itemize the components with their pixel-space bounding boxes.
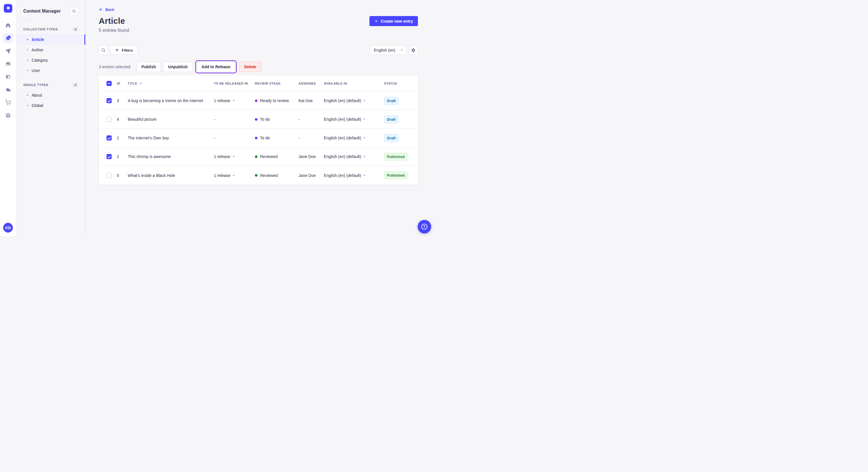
table-row[interactable]: 5 What's inside a Black Hole 1 release R…	[99, 166, 418, 185]
feather-icon[interactable]	[3, 33, 13, 43]
view-settings-button[interactable]	[409, 45, 418, 55]
column-header-status[interactable]: STATUS	[384, 82, 413, 85]
release-value: 1 release	[214, 98, 230, 103]
cell-release[interactable]: -	[214, 117, 255, 122]
locale-value: English (en) (default)	[324, 173, 361, 178]
locale-select[interactable]: English (en)	[370, 45, 406, 55]
entries-table: ID TITLE TO BE RELEASED IN REVIEW STAGE …	[99, 75, 418, 185]
cell-assignee: Jane Doe	[299, 154, 324, 159]
sidebar-search-button[interactable]	[70, 7, 79, 15]
cloud-icon[interactable]	[3, 85, 13, 95]
search-icon	[72, 9, 76, 13]
table-row[interactable]: 1 The internet's Own boy - To do - Engli…	[99, 129, 418, 147]
cell-id: 2	[117, 154, 128, 159]
sidebar-item-label: Category	[32, 58, 48, 63]
row-checkbox[interactable]	[106, 173, 112, 178]
help-button[interactable]	[417, 220, 431, 233]
locale-value: English (en) (default)	[324, 117, 361, 122]
status-badge: Draft	[384, 97, 398, 105]
sidebar-item-label: Global	[32, 103, 43, 108]
images-icon[interactable]	[3, 59, 13, 69]
stage-dot	[255, 174, 257, 177]
status-badge: Published	[384, 171, 408, 179]
plus-icon	[374, 19, 378, 23]
delete-button[interactable]: Delete	[239, 62, 261, 72]
unpublish-button[interactable]: Unpublish	[163, 62, 192, 72]
home-icon[interactable]	[3, 20, 13, 30]
gear-icon[interactable]	[3, 110, 13, 121]
chevron-down-icon	[364, 174, 365, 177]
sidebar-item-category[interactable]: Category	[17, 55, 85, 65]
stage-label: Reviewed	[260, 154, 278, 159]
table-row[interactable]: 3 A bug is becoming a meme on the intern…	[99, 92, 418, 110]
filters-label: Filters	[122, 48, 133, 53]
avatar[interactable]: KD	[3, 223, 13, 233]
main-content: Back Article 5 entries found Create new …	[86, 0, 434, 236]
column-header-assignee[interactable]: ASSIGNEE	[299, 82, 324, 85]
row-checkbox[interactable]	[106, 135, 112, 140]
cell-available-in[interactable]: English (en) (default)	[324, 98, 384, 103]
paper-plane-icon[interactable]	[3, 46, 13, 56]
cell-id: 1	[117, 136, 128, 140]
column-header-id[interactable]: ID	[117, 82, 128, 85]
filters-button[interactable]: Filters	[110, 45, 137, 55]
release-value: -	[214, 136, 215, 140]
chevron-down-icon	[364, 136, 365, 139]
cell-review-stage: To do	[255, 117, 299, 122]
column-header-title[interactable]: TITLE	[128, 82, 214, 85]
row-checkbox[interactable]	[106, 117, 112, 122]
column-header-release[interactable]: TO BE RELEASED IN	[214, 82, 255, 85]
stage-label: Reviewed	[260, 173, 278, 178]
column-header-title-label: TITLE	[128, 82, 137, 85]
cell-available-in[interactable]: English (en) (default)	[324, 117, 384, 122]
back-link[interactable]: Back	[99, 7, 114, 12]
cell-release[interactable]: 1 release	[214, 173, 255, 178]
sidebar-item-article[interactable]: Article	[17, 34, 85, 45]
row-checkbox[interactable]	[106, 154, 112, 159]
release-value: 1 release	[214, 173, 230, 178]
cell-assignee: -	[299, 136, 324, 140]
single-types-count-badge: 2	[73, 82, 79, 87]
cell-title: A bug is becoming a meme on the internet	[128, 98, 214, 103]
chevron-down-icon	[364, 155, 365, 158]
cell-release[interactable]: -	[214, 136, 255, 140]
locale-value: English (en) (default)	[324, 98, 361, 103]
cart-icon[interactable]	[3, 98, 13, 108]
cell-release[interactable]: 1 release	[214, 98, 255, 103]
column-header-available[interactable]: AVAILABLE IN	[324, 82, 384, 85]
sidebar-item-label: User	[32, 68, 40, 73]
select-all-checkbox[interactable]	[106, 81, 112, 86]
column-header-stage[interactable]: REVIEW STAGE	[255, 82, 299, 85]
release-chevron-icon	[233, 155, 235, 158]
cell-review-stage: Ready to review	[255, 98, 299, 103]
locale-value: English (en)	[374, 48, 395, 53]
chevron-down-icon	[364, 118, 365, 121]
sidebar-item-author[interactable]: Author	[17, 45, 85, 55]
cell-assignee: Jane Doe	[299, 173, 324, 178]
layout-icon[interactable]	[3, 72, 13, 82]
cell-available-in[interactable]: English (en) (default)	[324, 136, 384, 140]
stage-dot	[255, 156, 257, 158]
table-search-button[interactable]	[99, 45, 108, 55]
table-row[interactable]: 4 Beautiful picture - To do - English (e…	[99, 110, 418, 129]
sidebar-item-global[interactable]: Global	[17, 100, 85, 111]
cell-available-in[interactable]: English (en) (default)	[324, 173, 384, 178]
add-to-release-button[interactable]: Add to Release	[197, 62, 236, 72]
cell-review-stage: Reviewed	[255, 173, 299, 178]
table-row[interactable]: 2 This shrimp is awesome 1 release Revie…	[99, 147, 418, 166]
sidebar-item-user[interactable]: User	[17, 65, 85, 76]
sidebar-item-about[interactable]: About	[17, 90, 85, 100]
cell-release[interactable]: 1 release	[214, 154, 255, 159]
nav-rail: KD	[0, 0, 17, 236]
table-header-row: ID TITLE TO BE RELEASED IN REVIEW STAGE …	[99, 75, 418, 92]
locale-value: English (en) (default)	[324, 154, 361, 159]
publish-button[interactable]: Publish	[136, 62, 161, 72]
row-checkbox[interactable]	[106, 98, 112, 103]
cell-title: Beautiful picture	[128, 117, 214, 122]
strapi-logo[interactable]	[4, 4, 12, 12]
section-label: SINGLE TYPES	[23, 83, 48, 87]
stage-label: Ready to review	[260, 98, 289, 103]
create-new-entry-button[interactable]: Create new entry	[369, 16, 418, 26]
toolbar: Filters English (en)	[99, 45, 418, 55]
cell-available-in[interactable]: English (en) (default)	[324, 154, 384, 159]
